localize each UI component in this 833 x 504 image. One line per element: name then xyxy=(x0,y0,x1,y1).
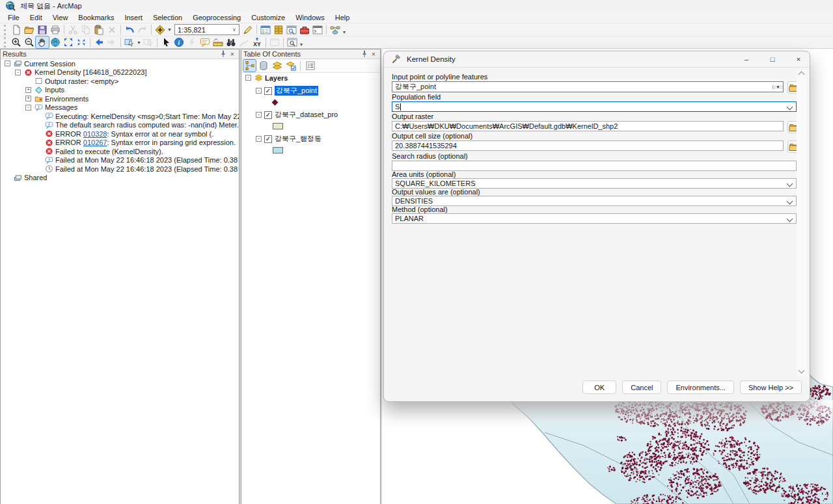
ok-button[interactable]: OK xyxy=(582,380,616,394)
results-tree-item[interactable]: +Inputs xyxy=(1,86,239,95)
tree-expander-minus-icon[interactable]: - xyxy=(245,75,251,81)
find-route-icon[interactable] xyxy=(238,36,251,48)
paste-icon[interactable] xyxy=(92,24,105,36)
results-tree-item[interactable]: Failed to execute (KernelDensity). xyxy=(1,147,239,156)
menu-insert[interactable]: Insert xyxy=(119,13,148,22)
toolbar-grip[interactable] xyxy=(4,25,7,35)
results-tree-item[interactable]: Output raster: <empty> xyxy=(1,77,239,86)
magnifier-window-icon[interactable] xyxy=(286,36,299,48)
close-icon[interactable]: × xyxy=(369,50,378,59)
close-icon[interactable]: × xyxy=(228,50,237,59)
undo-icon[interactable] xyxy=(123,24,136,36)
chevron-down-icon[interactable]: ▼ xyxy=(167,27,172,32)
scroll-down-icon[interactable] xyxy=(799,367,805,374)
results-tree-item[interactable]: iFailed at Mon May 22 16:46:18 2023 (Ela… xyxy=(1,156,239,165)
list-by-source-icon[interactable] xyxy=(257,60,269,72)
results-tree-item[interactable]: Shared xyxy=(1,174,239,183)
tree-expander-minus-icon[interactable]: - xyxy=(15,70,21,75)
open-folder-icon[interactable] xyxy=(23,24,36,36)
hyperlink-icon[interactable] xyxy=(185,36,198,48)
tree-expander-minus-icon[interactable]: - xyxy=(256,136,262,142)
panel-splitter[interactable] xyxy=(381,49,382,504)
clear-selection-icon[interactable] xyxy=(142,36,155,48)
forward-extent-icon[interactable] xyxy=(105,36,118,48)
field-textbox[interactable]: C:₩Users₩DKU₩Documents₩ArcGIS₩Default.gd… xyxy=(392,121,784,131)
field-combobox[interactable]: SQUARE_KILOMETERS xyxy=(392,178,797,189)
pin-icon[interactable] xyxy=(360,50,369,59)
show-help-button[interactable]: Show Help >> xyxy=(740,380,802,394)
toolbar-grip[interactable] xyxy=(4,37,7,47)
select-elements-icon[interactable] xyxy=(159,36,172,48)
command-window-icon[interactable] xyxy=(311,24,324,36)
list-by-visibility-icon[interactable] xyxy=(271,60,283,72)
copy-icon[interactable] xyxy=(79,24,92,36)
results-tree-item[interactable]: -iMessages xyxy=(1,103,239,113)
zoom-in-icon[interactable] xyxy=(10,36,23,48)
layer-name-label[interactable]: 강북구_dataset_pro xyxy=(275,110,338,120)
toolbar-overflow-icon[interactable]: ▾ xyxy=(343,29,346,35)
minimize-button[interactable]: – xyxy=(735,51,758,67)
tree-expander-minus-icon[interactable]: - xyxy=(256,112,262,118)
menu-edit[interactable]: Edit xyxy=(25,13,48,22)
error-code-link[interactable]: 010267 xyxy=(83,139,107,146)
editor-sketch-icon[interactable] xyxy=(241,24,254,36)
options-icon[interactable] xyxy=(304,60,316,72)
find-icon[interactable] xyxy=(225,36,238,48)
chevron-down-icon[interactable]: ∨ xyxy=(230,27,239,33)
toc-window-icon[interactable] xyxy=(259,24,272,36)
point-symbol[interactable] xyxy=(272,99,279,105)
fixed-zoom-out-icon[interactable] xyxy=(75,36,88,48)
pan-icon[interactable] xyxy=(36,36,49,48)
chevron-down-icon[interactable] xyxy=(787,215,793,222)
modelbuilder-icon[interactable] xyxy=(329,24,342,36)
chevron-down-icon[interactable] xyxy=(787,180,793,187)
layer-visibility-checkbox[interactable]: ✓ xyxy=(264,135,272,143)
save-icon[interactable] xyxy=(36,24,49,36)
toc-layer-item[interactable]: -✓강북구_point xyxy=(241,86,380,96)
tree-expander-minus-icon[interactable]: - xyxy=(256,88,262,94)
add-data-icon[interactable] xyxy=(154,24,167,36)
results-tree-item[interactable]: ERROR 010328: Syntax error at or near sy… xyxy=(1,129,239,139)
menu-help[interactable]: Help xyxy=(330,13,355,22)
identify-icon[interactable]: i xyxy=(172,36,185,48)
field-textbox[interactable]: 20.3887441535294 xyxy=(392,140,784,151)
menu-selection[interactable]: Selection xyxy=(148,13,187,22)
viewer-window-icon[interactable] xyxy=(268,36,281,48)
results-tree-item[interactable]: -Kernel Density [164618_05222023] xyxy=(1,68,239,77)
menu-geoprocessing[interactable]: Geoprocessing xyxy=(187,13,246,22)
results-tree-item[interactable]: ERROR 010267: Syntax error in parsing gr… xyxy=(1,139,239,148)
layer-visibility-checkbox[interactable]: ✓ xyxy=(264,87,272,95)
results-tree-item[interactable]: Failed at Mon May 22 16:46:18 2023 (Elap… xyxy=(1,165,239,174)
toc-layers-root[interactable]: -Layers xyxy=(241,73,380,83)
menu-view[interactable]: View xyxy=(48,13,74,22)
field-combobox[interactable]: S xyxy=(392,101,797,112)
tree-expander-plus-icon[interactable]: + xyxy=(25,87,31,93)
go-to-xy-icon[interactable]: XY xyxy=(251,36,264,48)
polygon-symbol[interactable] xyxy=(273,147,283,153)
catalog-window-icon[interactable] xyxy=(272,24,285,36)
field-textbox[interactable] xyxy=(392,161,797,171)
measure-icon[interactable] xyxy=(212,36,225,48)
toc-layer-item[interactable]: -✓강북구_dataset_pro xyxy=(241,110,380,120)
map-scale-combo[interactable]: 1:35,821∨ xyxy=(174,24,239,35)
close-button[interactable]: × xyxy=(787,51,810,67)
dialog-scrollbar[interactable] xyxy=(797,70,806,375)
list-by-selection-icon[interactable] xyxy=(284,60,297,72)
tree-expander-minus-icon[interactable]: - xyxy=(5,60,10,66)
cancel-button[interactable]: Cancel xyxy=(622,380,661,394)
field-combobox[interactable]: DENSITIES xyxy=(392,196,797,206)
select-features-icon[interactable] xyxy=(123,36,136,48)
tree-expander-plus-icon[interactable]: + xyxy=(25,96,31,101)
search-window-icon[interactable] xyxy=(285,24,298,36)
chevron-down-icon[interactable] xyxy=(787,198,793,204)
tree-expander-minus-icon[interactable]: - xyxy=(25,105,31,111)
full-extent-icon[interactable] xyxy=(49,36,62,48)
results-tree-item[interactable]: -Current Session xyxy=(1,59,239,68)
print-icon[interactable] xyxy=(49,24,62,36)
field-combobox[interactable]: PLANAR xyxy=(392,213,797,224)
layer-name-label[interactable]: 강북구_행정동 xyxy=(275,134,321,144)
back-extent-icon[interactable] xyxy=(92,36,105,48)
polygon-symbol[interactable] xyxy=(273,123,283,129)
new-document-icon[interactable] xyxy=(10,24,23,36)
results-tree-item[interactable]: +Environments xyxy=(1,94,239,103)
